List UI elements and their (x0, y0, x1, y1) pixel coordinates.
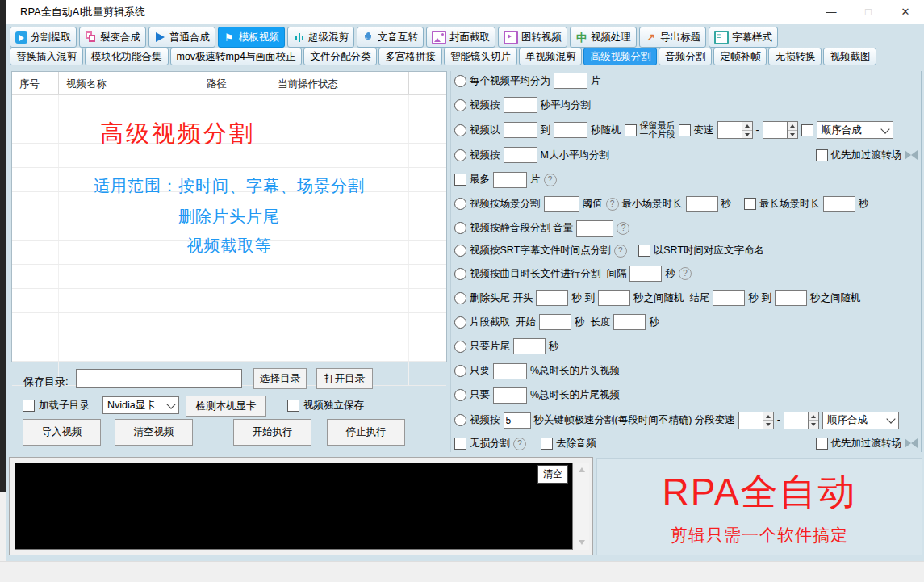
scene-split-radio[interactable] (454, 198, 466, 210)
sub-tab-1[interactable]: 模块化功能合集 (85, 48, 169, 65)
sub-tab-3[interactable]: 文件分配分类 (303, 48, 377, 65)
gpu-select[interactable]: Nvidia显卡 (102, 396, 179, 414)
clip-extract-input-4[interactable] (613, 314, 646, 330)
sub-tab-8[interactable]: 音频分割 (659, 48, 712, 65)
scene-split-input-2[interactable] (544, 196, 579, 212)
head-percent-input-2[interactable] (493, 363, 527, 379)
top-tab-4[interactable]: 超级混剪 (287, 27, 354, 48)
avg-pieces-input-2[interactable] (554, 73, 587, 89)
spinner-buttons[interactable] (763, 412, 774, 429)
top-tab-0[interactable]: 分割提取 (10, 27, 77, 48)
avg-seconds-radio[interactable] (454, 99, 466, 111)
sub-tab-10[interactable]: 无损转换 (768, 48, 822, 65)
track-split-radio[interactable] (454, 268, 466, 280)
track-split-help-icon[interactable]: ? (679, 267, 692, 280)
clear-log-button[interactable]: 清空 (537, 465, 568, 484)
spinner-input[interactable] (784, 412, 808, 429)
top-tab-1[interactable]: 裂变合成 (79, 27, 146, 48)
log-output[interactable] (15, 463, 573, 550)
random-range-select[interactable]: 顺序合成 (817, 121, 893, 139)
srt-split-radio[interactable] (454, 245, 466, 257)
avg-size-radio[interactable] (454, 149, 466, 161)
random-range-spinner-10[interactable] (717, 121, 753, 139)
lossless-row-checkbox-0[interactable] (454, 438, 466, 450)
spinner-down-icon[interactable] (763, 421, 773, 429)
spinner-buttons[interactable] (808, 412, 819, 429)
random-range-spinner-12[interactable] (763, 121, 798, 139)
top-tab-7[interactable]: 图转视频 (498, 27, 567, 48)
independent-save-checkbox[interactable] (287, 400, 299, 412)
detect-gpu-button[interactable]: 检测本机显卡 (186, 396, 266, 417)
sub-tab-7[interactable]: 高级视频分割 (583, 48, 657, 65)
select-dir-button[interactable]: 选择目录 (253, 368, 307, 389)
max-pieces-checkbox-0[interactable] (454, 174, 466, 186)
save-dir-input[interactable] (76, 369, 242, 388)
max-pieces-help-icon[interactable]: ? (544, 174, 557, 186)
silence-split-input-2[interactable] (576, 220, 613, 237)
trim-head-tail-radio[interactable] (454, 292, 466, 304)
scene-split-checkbox-9[interactable] (744, 198, 756, 210)
clear-videos-button[interactable]: 清空视频 (115, 419, 193, 446)
spinner-buttons[interactable] (742, 121, 753, 139)
spinner-down-icon[interactable] (788, 131, 797, 139)
silence-split-help-icon[interactable]: ? (617, 222, 629, 235)
keyframe-split-select[interactable]: 顺序合成 (822, 412, 899, 429)
tail-seconds-radio[interactable] (454, 341, 466, 353)
open-dir-button[interactable]: 打开目录 (316, 368, 373, 389)
top-tab-6[interactable]: 封面截取 (426, 27, 495, 48)
keyframe-split-spinner-6[interactable] (784, 412, 819, 429)
spinner-buttons[interactable] (787, 121, 798, 139)
sub-tab-5[interactable]: 智能镜头切片 (444, 48, 517, 65)
sub-tab-2[interactable]: mov极速转mp4与画面校正 (170, 48, 303, 65)
tail-percent-input-2[interactable] (493, 387, 527, 404)
spinner-up-icon[interactable] (763, 412, 773, 421)
minimize-button[interactable]: — (813, 0, 850, 24)
start-button[interactable]: 开始执行 (233, 419, 311, 446)
maximize-button[interactable]: □ (850, 0, 887, 24)
random-range-radio[interactable] (454, 124, 466, 136)
trim-head-tail-input-8[interactable] (775, 290, 807, 306)
top-tab-10[interactable]: 字幕样式 (709, 27, 778, 48)
random-range-input-2[interactable] (504, 122, 537, 138)
sub-tab-11[interactable]: 视频截图 (823, 48, 876, 65)
srt-split-checkbox-4[interactable] (638, 245, 650, 257)
close-button[interactable]: ✕ (887, 0, 924, 24)
avg-seconds-input-2[interactable] (504, 97, 537, 113)
stop-button[interactable]: 停止执行 (327, 419, 405, 446)
scroll-up-icon[interactable] (579, 467, 585, 472)
random-range-input-4[interactable] (554, 122, 587, 138)
sub-tab-0[interactable]: 替换插入混剪 (10, 48, 83, 65)
random-range-checkbox-8[interactable] (679, 124, 691, 136)
track-split-input-2[interactable] (629, 266, 662, 282)
random-range-checkbox-6[interactable] (625, 124, 637, 136)
video-list-table[interactable]: 序号视频名称路径当前操作状态 高级视频分割 适用范围：按时间、字幕、场景分割 删… (11, 71, 447, 362)
silence-split-radio[interactable] (454, 222, 466, 234)
spinner-input[interactable] (738, 412, 763, 429)
spinner-up-icon[interactable] (809, 412, 818, 421)
log-scrollbar[interactable] (575, 463, 589, 550)
trim-head-tail-input-4[interactable] (598, 290, 630, 306)
top-tab-5[interactable]: 文音互转 (357, 27, 424, 48)
trim-head-tail-input-2[interactable] (536, 290, 568, 306)
clip-extract-input-2[interactable] (539, 314, 571, 330)
import-videos-button[interactable]: 导入视频 (23, 419, 101, 446)
load-subdir-checkbox[interactable] (23, 400, 35, 412)
spinner-up-icon[interactable] (742, 122, 752, 131)
tail-percent-radio[interactable] (454, 389, 466, 401)
sub-tab-6[interactable]: 单视频混剪 (519, 48, 583, 65)
clip-extract-radio[interactable] (454, 316, 466, 329)
sub-tab-9[interactable]: 定帧补帧 (713, 48, 767, 65)
random-range-checkbox-13[interactable] (801, 124, 813, 136)
scroll-down-icon[interactable] (579, 540, 585, 545)
tail-seconds-input-2[interactable] (513, 338, 546, 354)
sub-tab-4[interactable]: 多宫格拼接 (378, 48, 442, 65)
srt-split-help-icon[interactable]: ? (614, 245, 627, 258)
lossless-row-checkbox-7[interactable] (816, 438, 828, 450)
trim-head-tail-input-6[interactable] (713, 290, 745, 306)
lossless-row-help-icon[interactable]: ? (513, 438, 526, 450)
spinner-input[interactable] (717, 121, 742, 139)
keyframe-split-spinner-4[interactable] (738, 412, 774, 429)
lossless-row-checkbox-4[interactable] (541, 438, 553, 450)
spinner-input[interactable] (763, 121, 787, 139)
spinner-down-icon[interactable] (809, 421, 818, 429)
